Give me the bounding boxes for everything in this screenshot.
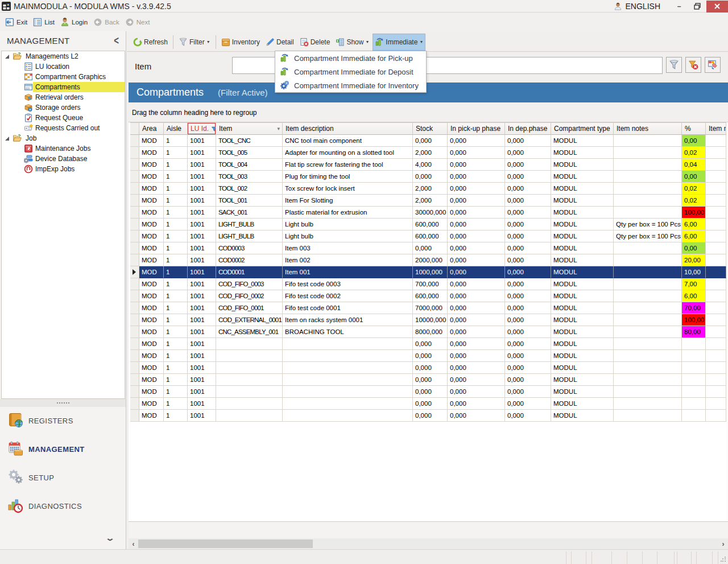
column-header-item-description[interactable]: Item description (283, 122, 413, 135)
tree-item-impexp-jobs[interactable]: ImpExp Jobs (2, 164, 125, 174)
tree-item-managements-l2[interactable]: Managements L2 (2, 51, 125, 61)
grid-row-cod_external_0001[interactable]: MOD11001COD_EXTERNAL_0001Item on racks s… (130, 314, 726, 326)
sidebar-splitter[interactable] (0, 399, 126, 407)
nav-setup[interactable]: SETUP (0, 469, 126, 486)
restore-button[interactable] (688, 1, 706, 13)
app-icon (2, 2, 11, 11)
column-filter-icon[interactable] (211, 126, 216, 132)
tree-expand-toggle[interactable] (5, 54, 10, 59)
login-button[interactable]: Login (57, 15, 90, 29)
tree-item-maintenance-jobs[interactable]: Maintenance Jobs (2, 143, 125, 154)
grid-row-sack_001[interactable]: MOD11001SACK_001Plastic material for ext… (130, 207, 726, 219)
grid-row-light_bulb[interactable]: MOD11001LIGHT_BULBLight bulb600,0000,000… (130, 219, 726, 230)
column-header-item[interactable]: Item▾ (216, 122, 283, 135)
grid-row-tool_004[interactable]: MOD11001TOOL_004Flat tip screw for faste… (130, 159, 726, 171)
row-indicator (130, 195, 139, 207)
exit-button[interactable]: Exit (2, 15, 30, 29)
scroll-right-arrow[interactable]: › (718, 538, 728, 549)
grid-row-cod0002[interactable]: MOD11001COD0002Item 0022000,0000,0000,00… (130, 254, 726, 266)
group-by-band[interactable]: Drag the column heading here to regroup (129, 102, 728, 122)
grid-row-empty-20[interactable]: MOD110010,0000,0000,000MODUL (130, 374, 726, 386)
modula-wms-window: MAINMODULA - MODULA WMS - v.3.9.42.5 ENG… (0, 0, 728, 564)
scrollbar-thumb[interactable] (138, 540, 313, 548)
column-header-area[interactable]: Area (139, 122, 164, 135)
sidebar-title: MANAGEMENT (7, 36, 70, 46)
window-title: MAINMODULA - MODULA WMS - v.3.9.42.5 (14, 2, 171, 11)
sidebar-more-chevron[interactable]: ⌄ (105, 534, 115, 542)
management-icon (7, 441, 23, 456)
request-queue-icon (24, 113, 33, 122)
compartments-icon (24, 83, 33, 92)
grid-row-tool_005[interactable]: MOD11001TOOL_005Adapter for mounting on … (130, 147, 726, 159)
menu-item-compartment-immediate-for-pick-up[interactable]: Compartment Immediate for Pick-up (275, 51, 426, 65)
statusbar-separator (696, 551, 697, 564)
apply-filter-button[interactable] (666, 57, 682, 73)
grid-row-light_bulb[interactable]: MOD11001LIGHT_BULBLight bulb600,0000,000… (130, 230, 726, 242)
column-header-compartment-type[interactable]: Compartment type (551, 122, 614, 135)
delete-button[interactable]: Delete (297, 34, 333, 51)
column-header-stock[interactable]: Stock (413, 122, 448, 135)
column-header-aisle[interactable]: Aisle (164, 122, 188, 135)
menu-item-compartment-immediate-for-inventory[interactable]: Compartment Immediate for Inventory (275, 79, 426, 92)
column-header-item-ma[interactable]: Item ma (706, 122, 726, 135)
column-header-pct[interactable]: % (682, 122, 706, 135)
close-button[interactable] (706, 1, 728, 13)
filter-button[interactable]: Filter▼ (176, 34, 213, 51)
grid-row-cod_fifo_0003[interactable]: MOD11001COD_FIFO_0003Fifo test code 0003… (130, 278, 726, 290)
grid-row-empty-22[interactable]: MOD110010,0000,0000,000MODUL (130, 398, 726, 410)
grid-row-cod0003[interactable]: MOD11001COD0003Item 0030,0000,0000,000MO… (130, 242, 726, 254)
grid-row-cnc_assembly_001[interactable]: MOD11001CNC_ASSEMBLY_001BROACHING TOOL80… (130, 326, 726, 338)
resize-grip[interactable] (721, 557, 726, 562)
inventory-button[interactable]: Inventory (219, 34, 262, 51)
tree-item-compartments[interactable]: Compartments (2, 82, 125, 92)
clear-grid-button[interactable] (705, 57, 721, 73)
scroll-left-arrow[interactable]: ‹ (129, 538, 138, 549)
clear-filter-button[interactable] (685, 57, 701, 73)
menu-item-compartment-immediate-for-deposit[interactable]: Compartment Immediate for Deposit (275, 65, 426, 79)
grid-row-tool_002[interactable]: MOD11001TOOL_002Tox screw for lock inser… (130, 183, 726, 195)
grid-row-cod_fifo_0001[interactable]: MOD11001COD_FIFO_0001Fifo test code 0001… (130, 302, 726, 314)
tree-item-compartment-graphics[interactable]: Compartment Graphics (2, 72, 125, 82)
show-button[interactable]: Show▼ (333, 34, 371, 51)
tree-item-job[interactable]: Job (2, 133, 125, 143)
tree-item-lu-location[interactable]: LU location (2, 61, 125, 72)
back-button: Back (90, 15, 122, 29)
immediate-button[interactable]: Immediate▼ (373, 34, 425, 51)
tree-expand-toggle[interactable] (5, 136, 10, 141)
row-indicator (130, 219, 139, 230)
sort-indicator-icon: ▾ (277, 126, 280, 131)
grid-row-tool_cnc[interactable]: MOD11001TOOL_CNCCNC tool main component0… (130, 135, 726, 147)
minimize-button[interactable]: – (670, 1, 688, 13)
nav-management[interactable]: MANAGEMENT (0, 441, 126, 458)
statusbar-separator (657, 551, 657, 564)
grid-row-empty-21[interactable]: MOD110010,0000,0000,000MODUL (130, 386, 726, 398)
tree-item-requests-carried-out[interactable]: Requests Carried out (2, 123, 125, 133)
column-header-in-dep-phase[interactable]: In dep.phase (505, 122, 551, 135)
statusbar-separator (586, 551, 586, 564)
horizontal-scrollbar[interactable]: ‹ › (129, 538, 728, 549)
row-indicator (130, 147, 139, 159)
grid-row-tool_001[interactable]: MOD11001TOOL_001Item For Slotting2,0000,… (130, 195, 726, 207)
tree-item-retrieval-orders[interactable]: Retrieval orders (2, 92, 125, 102)
column-header-item-notes[interactable]: Item notes (614, 122, 682, 135)
tree-item-request-queue[interactable]: Request Queue (2, 113, 125, 123)
grid-row-empty-18[interactable]: MOD110010,0000,0000,000MODUL (130, 350, 726, 362)
grid-row-cod_fifo_0002[interactable]: MOD11001COD_FIFO_0002Fifo test code 0002… (130, 290, 726, 302)
grid-row-empty-23[interactable]: MOD110010,0000,0000,000MODUL (130, 410, 726, 422)
tree-item-device-database[interactable]: Device Database (2, 154, 125, 164)
nav-diagnostics[interactable]: DIAGNOSTICS (0, 497, 126, 514)
grid-row-tool_003[interactable]: MOD11001TOOL_003Plug for timing the tool… (130, 171, 726, 183)
column-header-in-pick-up-phase[interactable]: In pick-up phase (448, 122, 505, 135)
sidebar-collapse-chevron[interactable]: < (114, 34, 119, 46)
tree-item-storage-orders[interactable]: Storage orders (2, 102, 125, 113)
grid-row-cod0001[interactable]: MOD11001COD0001Item 0011000,0000,0000,00… (130, 266, 726, 278)
grid-row-empty-17[interactable]: MOD110010,0000,0000,000MODUL (130, 338, 726, 350)
refresh-button[interactable]: Refresh (131, 34, 170, 51)
grid-row-empty-19[interactable]: MOD110010,0000,0000,000MODUL (130, 362, 726, 374)
detail-button[interactable]: Detail (263, 34, 296, 51)
column-header-lu-id-[interactable]: LU Id. (188, 122, 216, 135)
nav-registers[interactable]: REGISTERS (0, 412, 126, 429)
next-button: Next (122, 15, 153, 29)
statusbar (0, 549, 728, 564)
list-button[interactable]: List (30, 15, 57, 29)
